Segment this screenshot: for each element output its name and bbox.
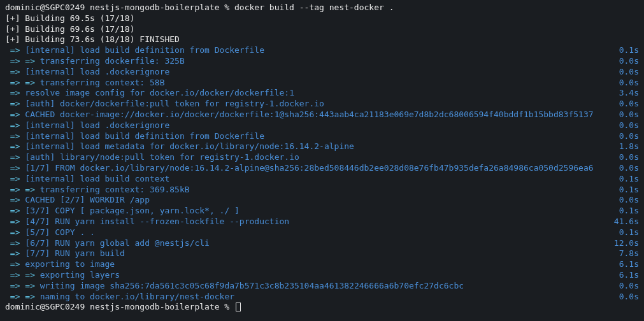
build-step-line: => [1/7] FROM docker.io/library/node:16.… <box>5 163 639 174</box>
build-status-line: [+] Building 73.6s (18/18) FINISHED <box>5 34 639 45</box>
build-step-line: => [internal] load build definition from… <box>5 131 639 142</box>
build-step-line: => [auth] library/node:pull token for re… <box>5 152 639 163</box>
step-left: => => transferring dockerfile: 325B <box>5 56 614 67</box>
step-time: 0.0s <box>614 163 639 174</box>
step-arrow: => => <box>5 292 40 301</box>
build-step-line: => resolve image config for docker.io/do… <box>5 88 639 99</box>
build-step-line: => [4/7] RUN yarn install --frozen-lockf… <box>5 217 639 227</box>
step-left: => [internal] load .dockerignore <box>5 67 614 78</box>
step-left: => [6/7] RUN yarn global add @nestjs/cli <box>5 238 609 249</box>
step-arrow: => => <box>5 56 40 66</box>
step-left: => [auth] library/node:pull token for re… <box>5 152 614 163</box>
terminal-output: dominic@SGPC0249 nestjs-mongodb-boilerpl… <box>5 3 639 313</box>
step-text: [7/7] RUN yarn build <box>25 248 125 258</box>
step-arrow: => <box>5 227 25 237</box>
step-text: [3/7] COPY [ package.json, yarn.lock*, .… <box>25 206 240 215</box>
build-step-line: => => transferring context: 58B0.0s <box>5 78 639 89</box>
build-step-line: => [3/7] COPY [ package.json, yarn.lock*… <box>5 206 639 217</box>
step-arrow: => <box>5 174 25 183</box>
step-left: => => exporting layers <box>5 270 614 281</box>
step-left: => [internal] load metadata for docker.i… <box>5 141 614 152</box>
step-arrow: => <box>5 248 25 258</box>
prompt-line-waiting[interactable]: dominic@SGPC0249 nestjs-mongodb-boilerpl… <box>5 302 639 313</box>
build-step-line: => => writing image sha256:7da561c3c05c6… <box>5 281 639 292</box>
step-left: => [1/7] FROM docker.io/library/node:16.… <box>5 163 614 174</box>
step-left: => exporting to image <box>5 259 614 270</box>
step-text: [internal] load build definition from Do… <box>25 131 264 141</box>
prompt-text[interactable]: dominic@SGPC0249 nestjs-mongodb-boilerpl… <box>5 302 639 313</box>
step-text: [internal] load build context <box>25 174 169 183</box>
step-left: => => naming to docker.io/library/nest-d… <box>5 292 614 303</box>
step-left: => => transferring context: 369.85kB <box>5 185 614 196</box>
step-arrow: => => <box>5 281 40 290</box>
step-time: 7.8s <box>614 248 639 259</box>
build-status-line: [+] Building 69.5s (17/18) <box>5 13 639 24</box>
step-arrow: => => <box>5 185 40 194</box>
step-time: 0.0s <box>614 120 639 131</box>
step-left: => [internal] load build context <box>5 174 614 185</box>
step-time: 0.1s <box>614 174 639 185</box>
build-step-line: => [internal] load build definition from… <box>5 45 639 56</box>
step-text: writing image sha256:7da561c3c05c68f9da7… <box>40 281 464 290</box>
step-time: 0.0s <box>614 78 639 89</box>
step-time: 1.8s <box>614 141 639 152</box>
step-text: [4/7] RUN yarn install --frozen-lockfile… <box>25 217 289 226</box>
step-time: 0.0s <box>614 292 639 303</box>
step-time: 0.0s <box>614 281 639 292</box>
step-arrow: => <box>5 120 25 130</box>
step-arrow: => <box>5 88 25 97</box>
cursor-icon <box>236 303 241 311</box>
step-left: => [internal] load build definition from… <box>5 131 614 142</box>
step-arrow: => <box>5 110 25 119</box>
step-left: => [internal] load build definition from… <box>5 45 614 56</box>
build-step-line: => CACHED docker-image://docker.io/docke… <box>5 110 639 120</box>
build-step-line: => [internal] load build context0.1s <box>5 174 639 185</box>
build-step-line: => [5/7] COPY . .0.1s <box>5 227 639 238</box>
step-arrow: => <box>5 195 25 204</box>
step-time: 0.1s <box>614 227 639 238</box>
step-text: exporting layers <box>40 270 120 280</box>
status-text: [+] Building 69.6s (17/18) <box>5 24 639 35</box>
step-left: => [auth] docker/dockerfile:pull token f… <box>5 99 614 110</box>
step-text: [5/7] COPY . . <box>25 227 95 237</box>
build-step-line: => => transferring context: 369.85kB0.1s <box>5 185 639 196</box>
step-left: => [4/7] RUN yarn install --frozen-lockf… <box>5 217 609 227</box>
build-step-line: => => exporting layers6.1s <box>5 270 639 281</box>
build-step-line: => => naming to docker.io/library/nest-d… <box>5 292 639 303</box>
step-left: => [7/7] RUN yarn build <box>5 248 614 259</box>
step-arrow: => <box>5 67 25 76</box>
step-time: 12.0s <box>609 238 639 249</box>
build-step-line: => [internal] load .dockerignore0.0s <box>5 120 639 131</box>
step-time: 0.1s <box>614 206 639 217</box>
step-text: transferring context: 369.85kB <box>40 185 190 194</box>
step-text: [auth] library/node:pull token for regis… <box>25 152 299 162</box>
build-step-line: => exporting to image6.1s <box>5 259 639 270</box>
step-time: 6.1s <box>614 259 639 270</box>
step-arrow: => <box>5 163 25 173</box>
step-arrow: => <box>5 206 25 215</box>
step-time: 0.0s <box>614 110 639 120</box>
step-arrow: => <box>5 99 25 108</box>
build-step-line: => CACHED [2/7] WORKDIR /app0.0s <box>5 195 639 206</box>
step-text: [internal] load build definition from Do… <box>25 45 264 55</box>
step-arrow: => <box>5 131 25 141</box>
step-left: => => writing image sha256:7da561c3c05c6… <box>5 281 614 292</box>
prompt-text: dominic@SGPC0249 nestjs-mongodb-boilerpl… <box>5 3 639 13</box>
build-step-line: => [internal] load metadata for docker.i… <box>5 141 639 152</box>
step-arrow: => <box>5 45 25 55</box>
step-time: 0.1s <box>614 45 639 56</box>
step-time: 0.0s <box>614 56 639 67</box>
step-text: [internal] load .dockerignore <box>25 120 169 130</box>
step-text: naming to docker.io/library/nest-docker <box>40 292 234 301</box>
step-left: => CACHED docker-image://docker.io/docke… <box>5 110 614 120</box>
step-text: CACHED docker-image://docker.io/docker/d… <box>25 110 593 119</box>
step-arrow: => => <box>5 270 40 280</box>
step-text: transferring context: 58B <box>40 78 165 87</box>
step-time: 0.1s <box>614 185 639 196</box>
step-arrow: => <box>5 141 25 151</box>
build-status-line: [+] Building 69.6s (17/18) <box>5 24 639 35</box>
step-left: => resolve image config for docker.io/do… <box>5 88 614 99</box>
step-time: 3.4s <box>614 88 639 99</box>
step-time: 0.0s <box>614 152 639 163</box>
step-left: => [3/7] COPY [ package.json, yarn.lock*… <box>5 206 614 217</box>
